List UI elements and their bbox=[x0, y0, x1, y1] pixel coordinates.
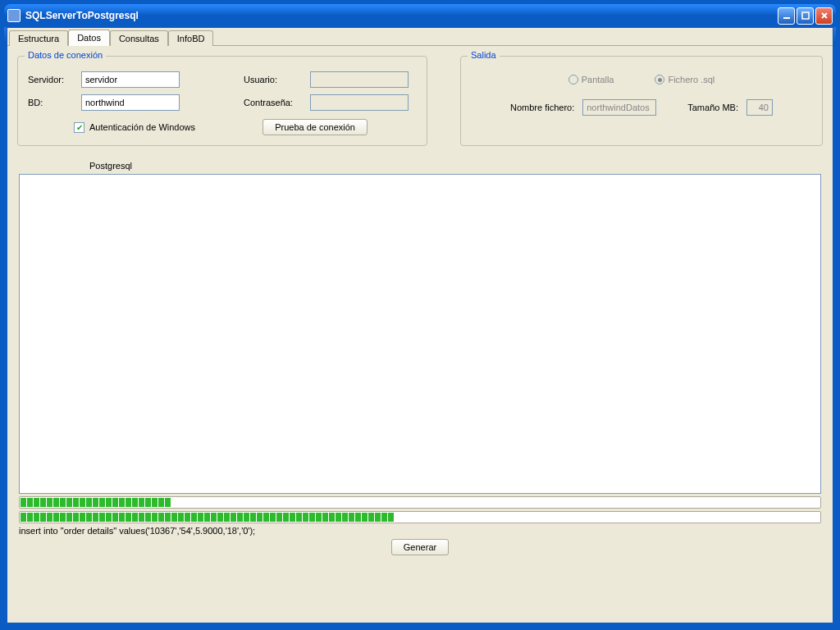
auth-checkbox-wrap[interactable]: ✔ Autenticación de Windows bbox=[74, 122, 195, 133]
progress-bar-1 bbox=[19, 496, 821, 509]
postgresql-label: Postgresql bbox=[89, 161, 823, 171]
groupbox-conexion-legend: Datos de conexión bbox=[25, 50, 106, 60]
tamano-input bbox=[746, 99, 773, 116]
contrasena-label: Contraseña: bbox=[244, 98, 296, 107]
tab-estructura[interactable]: Estructura bbox=[9, 30, 68, 46]
status-text: insert into "order details" values('1036… bbox=[19, 526, 821, 536]
usuario-input bbox=[310, 71, 409, 88]
window-frame: SQLServerToPostgresql Estructura Datos C… bbox=[4, 4, 836, 626]
close-button[interactable] bbox=[815, 7, 833, 25]
radio-fichero-label: Fichero .sql bbox=[668, 75, 714, 84]
groupbox-conexion: Datos de conexión Servidor: Usuario: BD:… bbox=[17, 56, 427, 146]
usuario-label: Usuario: bbox=[244, 75, 296, 84]
servidor-label: Servidor: bbox=[28, 75, 67, 84]
tab-panel-datos: Datos de conexión Servidor: Usuario: BD:… bbox=[7, 46, 833, 565]
client-area: Estructura Datos Consultas InfoBD Datos … bbox=[7, 27, 833, 623]
contrasena-input bbox=[310, 94, 409, 111]
radio-pantalla bbox=[568, 75, 578, 84]
groupbox-salida: Salida Pantalla Fichero .sql Nombre fich… bbox=[460, 56, 823, 146]
tab-consultas[interactable]: Consultas bbox=[110, 30, 168, 46]
groupbox-salida-legend: Salida bbox=[468, 50, 500, 60]
test-connection-button[interactable]: Prueba de conexión bbox=[262, 119, 368, 135]
tab-infobd[interactable]: InfoBD bbox=[168, 30, 214, 46]
generar-button[interactable]: Generar bbox=[391, 539, 449, 555]
svg-rect-0 bbox=[783, 17, 790, 19]
tamano-label: Tamaño MB: bbox=[687, 103, 738, 112]
svg-rect-1 bbox=[802, 12, 809, 19]
radio-pantalla-wrap: Pantalla bbox=[568, 75, 614, 84]
auth-checkbox-label: Autenticación de Windows bbox=[89, 122, 195, 132]
auth-checkbox[interactable]: ✔ bbox=[74, 122, 84, 133]
window-title: SQLServerToPostgresql bbox=[25, 10, 778, 21]
radio-pantalla-label: Pantalla bbox=[582, 75, 614, 84]
nombre-fichero-label: Nombre fichero: bbox=[510, 103, 574, 112]
maximize-button[interactable] bbox=[797, 7, 814, 25]
output-textarea[interactable] bbox=[19, 174, 821, 494]
titlebar[interactable]: SQLServerToPostgresql bbox=[4, 4, 836, 27]
progress-bar-2 bbox=[19, 511, 821, 523]
tabstrip: Estructura Datos Consultas InfoBD bbox=[7, 28, 833, 46]
bd-label: BD: bbox=[28, 98, 67, 107]
radio-fichero bbox=[655, 75, 664, 84]
minimize-button[interactable] bbox=[778, 7, 795, 25]
servidor-input[interactable] bbox=[81, 71, 180, 88]
app-icon bbox=[7, 9, 21, 22]
window-controls bbox=[778, 7, 833, 25]
nombre-fichero-input bbox=[582, 99, 656, 116]
bd-input[interactable] bbox=[81, 94, 180, 111]
tab-datos[interactable]: Datos bbox=[68, 30, 110, 46]
radio-fichero-wrap: Fichero .sql bbox=[655, 75, 714, 84]
